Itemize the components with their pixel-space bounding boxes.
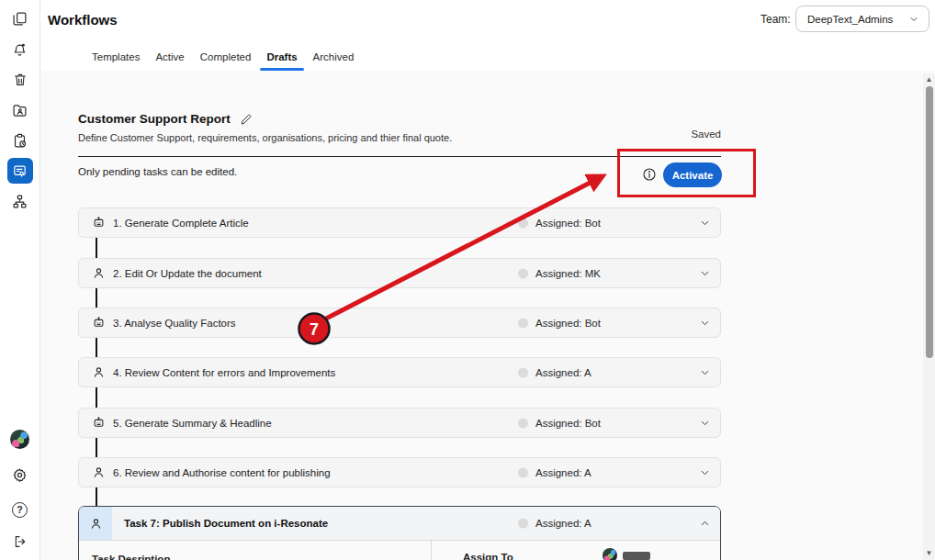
main-content: Customer Support Report Define Customer … [40,71,935,560]
tab-templates[interactable]: Templates [91,50,141,70]
task7-icon-cell [79,507,112,540]
chevron-down-icon [908,14,919,25]
tab-drafts[interactable]: Drafts [265,50,298,70]
assignee-avatar [603,548,617,560]
save-status: Saved [78,129,721,140]
chevron-down-icon[interactable] [699,366,711,378]
task-connector [96,438,98,457]
workflows-icon [12,163,28,179]
task-row-1[interactable]: 1. Generate Complete Article Assigned: B… [78,207,721,238]
folder-media-icon [12,103,28,118]
info-icon [642,167,657,182]
status-dot [518,367,528,377]
bot-icon [92,416,106,430]
task-row-2[interactable]: 2. Edit Or Update the document Assigned:… [78,258,721,288]
vertical-scrollbar[interactable]: ▲ ▼ [923,73,935,560]
task-label: 6. Review and Authorise content for publ… [113,467,331,478]
sidebar-item-documents[interactable] [7,6,33,31]
bot-icon [92,216,106,230]
chevron-down-icon[interactable] [699,267,711,279]
task-row-6[interactable]: 6. Review and Authorise content for publ… [78,457,721,487]
tab-active[interactable]: Active [154,50,185,70]
task-connector [96,288,98,308]
task-label: 2. Edit Or Update the document [113,268,262,279]
task-assigned: Assigned: A [535,467,591,478]
chevron-down-icon[interactable] [699,217,711,229]
tab-archived[interactable]: Archived [312,50,355,70]
scrollbar-thumb[interactable] [926,86,933,358]
status-dot [518,467,528,477]
task-card-7: Task 7: Publish Document on i-Resonate A… [78,506,721,560]
gear-icon [12,467,28,483]
task-connector [96,387,98,408]
sidebar-item-settings[interactable] [7,462,33,487]
sitemap-icon [12,194,28,209]
chevron-down-icon[interactable] [699,317,711,329]
task-label: 1. Generate Complete Article [113,218,249,229]
task-row-3[interactable]: 3. Analyse Quality Factors Assigned: Bot [78,308,721,338]
task-connector [96,487,98,506]
task-assigned: Assigned: A [535,518,591,529]
workflow-title: Customer Support Report [78,112,231,126]
top-header: Workflows Team: DeepText_Admins Template… [40,0,935,71]
task-connector [96,238,98,258]
sidebar-item-folder-media[interactable] [7,97,33,123]
user-icon [92,365,106,379]
task-assigned: Assigned: Bot [535,218,601,229]
tab-completed[interactable]: Completed [199,50,253,70]
status-dot [518,218,528,228]
status-dot [518,318,528,328]
task-label: 3. Analyse Quality Factors [113,318,236,329]
task-assigned: Assigned: Bot [535,418,601,429]
pending-notice: Only pending tasks can be edited. [78,166,237,177]
user-icon [89,517,103,531]
documents-icon [12,11,28,27]
assign-to-label: Assign To [463,552,513,560]
tab-bar: Templates Active Completed Drafts Archiv… [91,50,355,70]
task7-detail-panel: Task Desription Assign To [79,541,720,560]
sidebar-item-trash[interactable] [7,67,33,93]
task-row-4[interactable]: 4. Review Content for errors and Improve… [78,357,721,387]
help-icon: ? [12,502,28,518]
task-label: 4. Review Content for errors and Improve… [113,367,335,378]
team-select[interactable]: DeepText_Admins [795,6,929,32]
bot-icon [92,316,106,330]
assign-to-cell: Assign To [432,541,720,560]
activate-info-button[interactable] [642,167,657,185]
team-label: Team: [760,13,791,26]
sidebar-item-help[interactable]: ? [7,497,33,522]
sidebar-user-avatar[interactable] [7,426,33,452]
page-title: Workflows [48,12,118,28]
user-icon [92,465,106,479]
logout-icon [13,534,28,549]
section-divider [78,156,721,157]
task-assigned: Assigned: MK [535,268,601,279]
chevron-down-icon[interactable] [699,466,711,478]
edit-pencil-icon[interactable] [240,113,253,126]
sidebar-item-workflows[interactable] [7,158,33,184]
chevron-up-icon[interactable] [699,518,711,530]
sidebar-item-sitemap[interactable] [7,188,33,214]
sidebar-item-logout[interactable] [7,529,33,554]
sidebar-item-notifications[interactable] [7,37,33,62]
task-connector [96,338,98,357]
task-row-7[interactable]: Task 7: Publish Document on i-Resonate A… [79,507,720,541]
notifications-icon [12,42,28,58]
clipboard-history-icon [12,133,28,149]
task-row-5[interactable]: 5. Generate Summary & Headline Assigned:… [78,408,721,438]
task-assigned: Assigned: A [535,367,591,378]
avatar [10,430,29,449]
assignee-name-stub [623,552,650,560]
scroll-up-icon[interactable]: ▲ [923,75,935,84]
scroll-down-icon[interactable]: ▼ [923,549,935,558]
annotation-arrow [326,176,603,319]
activate-button[interactable]: Activate [663,162,722,187]
status-dot [518,418,528,428]
status-dot [518,519,528,529]
sidebar-item-clipboard-history[interactable] [7,128,33,153]
team-select-value: DeepText_Admins [807,14,908,25]
task-description-cell: Task Desription [79,541,432,560]
chevron-down-icon[interactable] [699,417,711,429]
user-icon [92,266,106,280]
assignee-chip[interactable] [603,548,650,560]
